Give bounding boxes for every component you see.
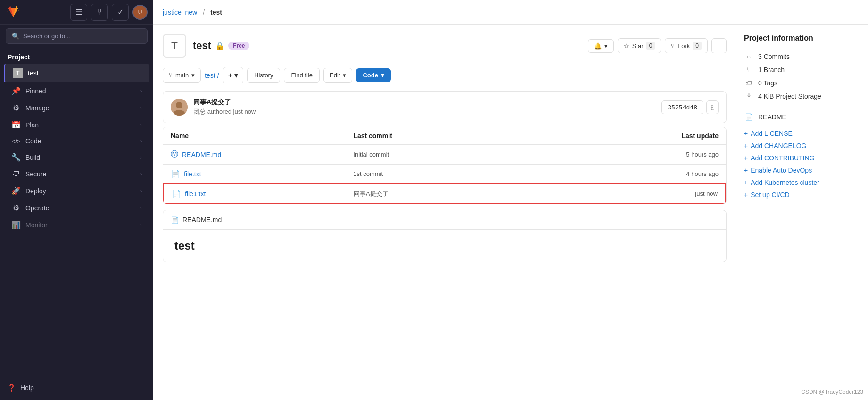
enable-autodevops-link[interactable]: + Enable Auto DevOps (744, 164, 860, 176)
file-link-filetxt[interactable]: file.txt (184, 170, 201, 178)
sidebar-item-label-monitor: Monitor (25, 221, 48, 229)
commit-msg-file1txt: 同事A提交了 (354, 190, 536, 198)
sidebar-item-label-plan: Plan (25, 121, 39, 129)
search-icon: 🔍 (12, 33, 19, 40)
tags-label: 0 Tags (758, 79, 777, 87)
help-icon: ❓ (8, 384, 16, 392)
search-bar[interactable]: 🔍 Search or go to... (6, 28, 148, 44)
chevron-right-icon: › (140, 171, 142, 177)
sidebar-item-secure[interactable]: 🛡 Secure › (4, 166, 149, 182)
copy-hash-btn[interactable]: ⎘ (706, 100, 719, 114)
test-icon: T (13, 68, 23, 78)
right-sidebar: Project information ○ 3 Commits ⑂ 1 Bran… (736, 25, 868, 400)
setup-cicd-label: Set up CI/CD (751, 191, 789, 199)
history-btn[interactable]: History (247, 68, 280, 83)
sidebar-item-pinned[interactable]: 📌 Pinned › (4, 83, 149, 99)
sidebar-item-test[interactable]: T test (4, 64, 149, 82)
deploy-icon: 🚀 (11, 186, 21, 195)
path-name[interactable]: test (205, 72, 215, 79)
chevron-down-icon: ▾ (343, 72, 346, 79)
add-license-link[interactable]: + Add LICENSE (744, 127, 860, 140)
repo-actions: 🔔 ▾ ☆ Star 0 ⑂ Fork 0 ⋮ (588, 38, 727, 53)
sidebar-panel-btn[interactable]: ☰ (70, 4, 87, 21)
edit-btn[interactable]: Edit ▾ (323, 68, 352, 83)
file-link-file1txt[interactable]: file1.txt (185, 190, 206, 198)
help-label: Help (20, 384, 34, 392)
sidebar-item-label-build: Build (25, 154, 40, 161)
add-file-btn[interactable]: + ▾ (223, 67, 243, 83)
add-contributing-link[interactable]: + Add CONTRIBUTING (744, 152, 860, 164)
branch-selector[interactable]: ⑂ main ▾ (163, 68, 201, 83)
secure-icon: 🛡 (11, 170, 21, 178)
code-btn[interactable]: Code ▾ (356, 68, 391, 82)
file-name-file1txt[interactable]: 📄 file1.txt (172, 189, 354, 198)
file-table: Name Last commit Last update Ⓜ README.md… (163, 127, 727, 204)
commit-title: 同事A提交了 (193, 98, 656, 107)
chevron-right-icon: › (140, 122, 142, 128)
branch-icon: ⑂ (169, 72, 173, 79)
commit-hash-area: 35254d48 ⎘ (661, 100, 719, 114)
sidebar-item-build[interactable]: 🔧 Build › (4, 149, 149, 166)
repo-header: T test 🔒 Free 🔔 ▾ ☆ Sta (163, 34, 727, 58)
code-icon: </> (11, 138, 21, 145)
user-avatar[interactable]: U (132, 5, 148, 20)
sidebar-mr-btn[interactable]: ⑂ (91, 4, 108, 21)
commit-sub: 团总 authored just now (193, 108, 656, 116)
help-item[interactable]: ❓ Help (8, 381, 146, 394)
chevron-right-icon: › (140, 154, 142, 161)
chevron-right-icon: › (140, 138, 142, 144)
add-license-label: Add LICENSE (751, 130, 793, 137)
sidebar-item-label-manage: Manage (25, 104, 50, 112)
setup-cicd-link[interactable]: + Set up CI/CD (744, 189, 860, 201)
file-link-readme[interactable]: README.md (182, 151, 221, 158)
storage-info: 🗄 4 KiB Project Storage (744, 90, 860, 103)
repo-toolbar: ⑂ main ▾ test / + ▾ History Find file Ed… (163, 67, 727, 83)
sidebar-todo-btn[interactable]: ✓ (112, 4, 129, 21)
content-area: T test 🔒 Free 🔔 ▾ ☆ Sta (153, 25, 868, 400)
sidebar-item-label-pinned: Pinned (25, 87, 46, 95)
breadcrumb-current: test (210, 8, 222, 16)
chevron-down-icon: ▾ (604, 42, 608, 50)
build-icon: 🔧 (11, 153, 21, 162)
sidebar-item-plan[interactable]: 📅 Plan › (4, 117, 149, 133)
fork-label: Fork (678, 42, 690, 50)
sidebar-item-code[interactable]: </> Code › (4, 133, 149, 149)
copy-icon: ⎘ (711, 104, 714, 111)
file-name-readme[interactable]: Ⓜ README.md (171, 150, 353, 159)
sidebar-top: ☰ ⑂ ✓ U (0, 0, 153, 25)
chevron-down-icon: ▾ (381, 72, 384, 79)
readme-header: 📄 README.md (163, 210, 726, 230)
sidebar-item-label-secure: Secure (25, 170, 46, 178)
repo-avatar: T (163, 34, 186, 58)
sidebar-nav: Project T test 📌 Pinned › ⚙ Manage › 📅 P… (0, 48, 153, 375)
sidebar-item-operate[interactable]: ⚙ Operate › (4, 200, 149, 216)
file-name-filetxt[interactable]: 📄 file.txt (171, 169, 353, 178)
chevron-right-icon: › (140, 188, 142, 194)
bell-icon: 🔔 (594, 42, 602, 50)
sidebar-item-deploy[interactable]: 🚀 Deploy › (4, 183, 149, 199)
commit-info: 同事A提交了 团总 authored just now 35254d48 ⎘ (163, 91, 727, 123)
table-row: Ⓜ README.md Initial commit 5 hours ago (163, 145, 726, 165)
sidebar-item-manage[interactable]: ⚙ Manage › (4, 100, 149, 116)
breadcrumb-parent[interactable]: justice_new (163, 8, 197, 16)
add-kubernetes-link[interactable]: + Add Kubernetes cluster (744, 176, 860, 189)
svg-point-6 (176, 102, 182, 108)
repo-title: test 🔒 Free (193, 40, 249, 52)
text-file-icon: 📄 (172, 189, 181, 198)
fork-btn[interactable]: ⑂ Fork 0 (665, 38, 708, 53)
more-options-btn[interactable]: ⋮ (711, 38, 727, 53)
sidebar-item-monitor[interactable]: 📊 Monitor › (4, 217, 149, 233)
notification-btn[interactable]: 🔔 ▾ (588, 39, 614, 53)
find-file-btn[interactable]: Find file (284, 68, 320, 83)
chevron-right-icon: › (140, 88, 142, 94)
add-changelog-link[interactable]: + Add CHANGELOG (744, 140, 860, 152)
update-time-file1txt: just now (536, 190, 718, 197)
branch-info-label: 1 Branch (758, 66, 785, 74)
project-info-title: Project information (744, 34, 860, 42)
star-count: 0 (646, 42, 655, 50)
commits-label: 3 Commits (758, 53, 790, 60)
gitlab-logo[interactable] (6, 4, 21, 20)
col-last-commit: Last commit (353, 132, 536, 140)
star-btn[interactable]: ☆ Star 0 (618, 38, 661, 53)
chevron-down-icon: ▾ (191, 72, 195, 79)
